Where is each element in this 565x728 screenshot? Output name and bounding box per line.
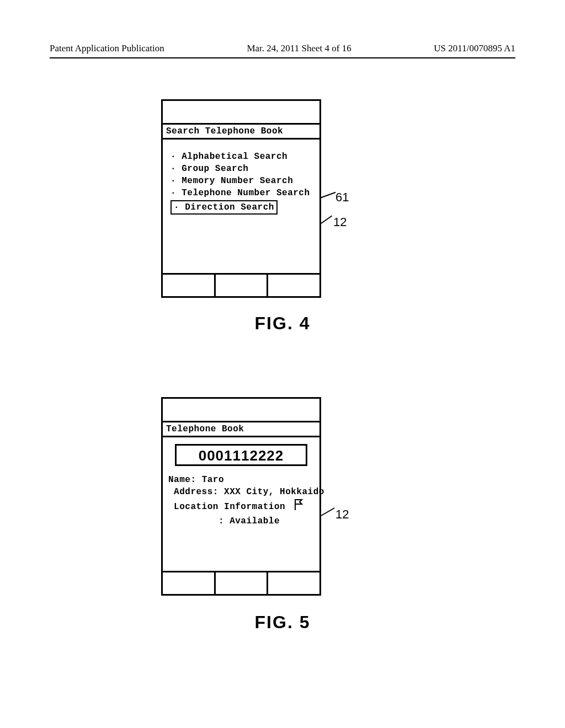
fig4-caption: FIG. 4 — [0, 313, 565, 334]
menu-item-direction-search-selected[interactable]: · Direction Search — [170, 200, 278, 215]
header-date-sheet: Mar. 24, 2011 Sheet 4 of 16 — [247, 43, 351, 54]
location-info-label: Location Information — [174, 502, 285, 512]
location-info-value: : Available — [218, 516, 280, 526]
fig5-caption: FIG. 5 — [0, 612, 565, 633]
contact-details: Name: Taro Address: XXX City, Hokkaido L… — [168, 474, 316, 527]
contact-name-row: Name: Taro — [168, 474, 316, 486]
fig5-screen-title: Telephone Book — [162, 421, 321, 437]
contact-location-value-row: : Available — [168, 515, 316, 527]
contact-address-row: Address: XXX City, Hokkaido — [168, 486, 316, 498]
header-rule — [50, 57, 515, 58]
menu-item-telephone-number-search[interactable]: · Telephone Number Search — [170, 187, 310, 199]
callout-label-12: 12 — [335, 507, 349, 522]
fig5-device-screen: Telephone Book 0001112222 Name: Taro Add… — [161, 397, 321, 596]
softkey-divider — [266, 275, 268, 297]
flag-icon — [293, 498, 304, 515]
menu-item-label: Telephone Number Search — [182, 188, 310, 198]
page-header: Patent Application Publication Mar. 24, … — [50, 43, 515, 54]
fig5-softkey-bar — [162, 571, 321, 595]
menu-item-label: Group Search — [182, 164, 248, 174]
menu-item-label: Direction Search — [185, 202, 274, 212]
fig4-softkey-bar — [162, 273, 321, 297]
menu-item-memory-number-search[interactable]: · Memory Number Search — [170, 175, 310, 187]
name-label: Name: — [168, 475, 196, 485]
softkey-divider — [266, 572, 268, 595]
address-label: Address: — [174, 487, 218, 497]
softkey-divider — [214, 275, 216, 297]
callout-leader-61 — [320, 192, 336, 199]
header-publication: Patent Application Publication — [50, 43, 164, 54]
contact-location-label-row: Location Information — [168, 498, 316, 515]
header-pub-number: US 2011/0070895 A1 — [434, 43, 515, 54]
callout-leader-12 — [321, 507, 335, 516]
callout-label-12: 12 — [333, 215, 347, 229]
menu-item-label: Alphabetical Search — [182, 152, 287, 162]
callout-leader-12 — [321, 215, 332, 223]
softkey-divider — [214, 572, 216, 595]
fig4-search-menu: · Alphabetical Search · Group Search · M… — [170, 151, 310, 215]
menu-item-alphabetical-search[interactable]: · Alphabetical Search — [170, 151, 310, 163]
menu-item-label: Memory Number Search — [182, 176, 293, 186]
address-value: XXX City, Hokkaido — [224, 487, 324, 497]
fig4-screen-title: Search Telephone Book — [162, 123, 321, 140]
fig4-device-screen: Search Telephone Book · Alphabetical Sea… — [161, 99, 321, 298]
menu-item-group-search[interactable]: · Group Search — [170, 163, 310, 175]
phone-number-display: 0001112222 — [175, 444, 307, 466]
callout-label-61: 61 — [335, 190, 349, 205]
name-value: Taro — [202, 475, 224, 485]
